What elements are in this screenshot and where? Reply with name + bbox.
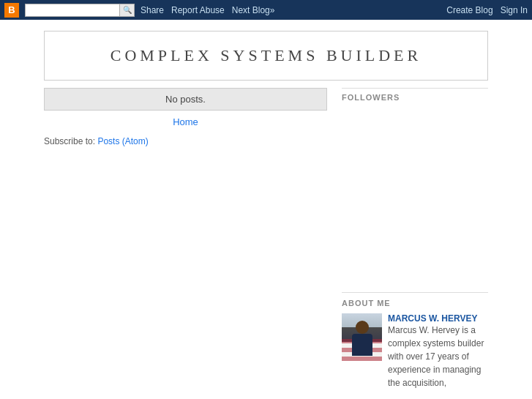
author-bio: Marcus W. Hervey is a complex systems bu…: [388, 324, 488, 389]
create-blog-link[interactable]: Create Blog: [446, 5, 492, 15]
next-blog-link[interactable]: Next Blog»: [232, 5, 275, 15]
search-icon: 🔍: [123, 6, 132, 14]
report-abuse-link[interactable]: Report Abuse: [171, 5, 225, 15]
about-me-section: ABOUT ME MARCUS W. HERVEY: [342, 292, 488, 389]
no-posts-bar: No posts.: [44, 88, 327, 111]
followers-section: FOLLOWERS: [342, 88, 488, 102]
home-link[interactable]: Home: [44, 116, 327, 127]
search-input[interactable]: [25, 4, 120, 17]
subscribe-line: Subscribe to: Posts (Atom): [44, 136, 327, 146]
author-name[interactable]: MARCUS W. HERVEY: [388, 313, 488, 324]
author-info: MARCUS W. HERVEY Marcus W. Hervey is a c…: [388, 313, 488, 389]
blogger-logo[interactable]: B: [4, 3, 19, 18]
blog-title: COMPLEX SYSTEMS BUILDER: [52, 46, 480, 65]
author-photo: [342, 313, 382, 361]
about-me-label: ABOUT ME: [342, 299, 488, 307]
navbar-right: Create Blog Sign In: [446, 5, 528, 15]
posts-atom-link[interactable]: Posts (Atom): [97, 136, 148, 146]
subscribe-prefix: Subscribe to:: [44, 136, 95, 146]
share-link[interactable]: Share: [141, 5, 164, 15]
followers-label: FOLLOWERS: [342, 88, 488, 102]
navbar: B 🔍 Share Report Abuse Next Blog» Create…: [0, 0, 532, 20]
search-button[interactable]: 🔍: [120, 4, 135, 17]
about-me-content: MARCUS W. HERVEY Marcus W. Hervey is a c…: [342, 313, 488, 389]
navbar-links: Share Report Abuse Next Blog»: [141, 5, 274, 15]
search-form: 🔍: [25, 4, 135, 17]
sign-in-link[interactable]: Sign In: [501, 5, 528, 15]
content-area: No posts. Home Subscribe to: Posts (Atom…: [44, 88, 327, 389]
sidebar: FOLLOWERS ABOUT ME: [342, 88, 488, 389]
about-me-photo-row: MARCUS W. HERVEY Marcus W. Hervey is a c…: [342, 313, 488, 389]
blog-header: COMPLEX SYSTEMS BUILDER: [44, 31, 488, 81]
main-layout: No posts. Home Subscribe to: Posts (Atom…: [44, 88, 488, 389]
